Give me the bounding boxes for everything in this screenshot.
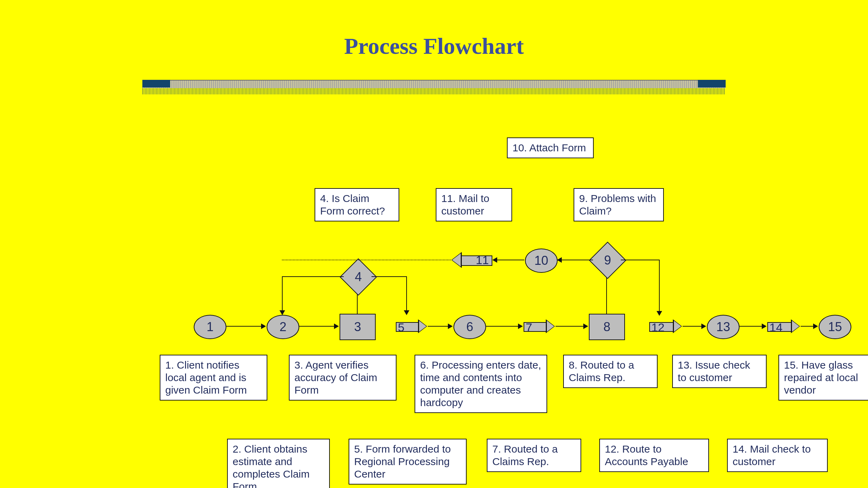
- conn-2-3: [299, 326, 334, 327]
- conn-9-10-head: [557, 257, 562, 263]
- node-11: 11: [451, 252, 492, 268]
- page-title: Process Flowchart: [0, 33, 868, 59]
- caption-11: 11. Mail to customer: [436, 188, 512, 221]
- caption-9: 9. Problems with Claim?: [574, 188, 664, 221]
- caption-2: 2. Client obtains estimate and completes…: [227, 439, 330, 488]
- conn-4-5a: [372, 276, 406, 277]
- node-5: 5: [396, 319, 427, 333]
- conn-9-10: [562, 260, 593, 260]
- conn-4-2a: [282, 276, 344, 277]
- caption-7: 7. Routed to a Claims Rep.: [487, 439, 581, 472]
- conn-12-13: [683, 326, 701, 327]
- caption-15: 15. Have glass repaired at local vendor: [778, 355, 868, 401]
- conn-7-8-head: [583, 323, 588, 329]
- caption-12: 12. Route to Accounts Payable: [599, 439, 709, 472]
- conn-11-2a: [282, 260, 451, 260]
- caption-5: 5. Form forwarded to Regional Processing…: [349, 439, 467, 485]
- conn-2-3-head: [334, 323, 339, 329]
- node-4: 4: [345, 264, 372, 290]
- node-7: 7: [524, 319, 555, 333]
- conn-1-2-head: [261, 323, 266, 329]
- conn-9-12b: [659, 260, 660, 312]
- node-8: 8: [589, 314, 625, 340]
- node-9: 9: [594, 247, 621, 274]
- conn-12-13-head: [701, 323, 706, 329]
- node-13: 13: [707, 315, 740, 339]
- caption-1: 1. Client notifies local agent and is gi…: [160, 355, 267, 401]
- conn-1-2: [226, 326, 261, 327]
- conn-14-15: [801, 326, 813, 327]
- caption-10: 10. Attach Form: [507, 137, 594, 158]
- conn-13-14: [740, 326, 762, 327]
- conn-7-8: [556, 326, 583, 327]
- node-12: 12: [649, 319, 682, 333]
- caption-3: 3. Agent verifies accuracy of Claim Form: [289, 355, 397, 401]
- conn-6-7: [486, 326, 518, 327]
- conn-4-5b: [406, 276, 407, 311]
- caption-4: 4. Is Claim Form correct?: [315, 188, 399, 221]
- conn-9-12-head: [657, 311, 662, 316]
- conn-9-12a: [621, 260, 659, 260]
- conn-8-9: [606, 274, 607, 314]
- conn-6-7-head: [518, 323, 523, 329]
- caption-13: 13. Issue check to customer: [672, 355, 767, 388]
- node-14: 14: [767, 319, 800, 333]
- node-6: 6: [453, 315, 486, 339]
- conn-14-15-head: [813, 323, 818, 329]
- conn-13-14-head: [762, 323, 767, 329]
- flowchart-canvas: Process Flowchart 1 2 3 4 5 6: [0, 0, 868, 488]
- node-10: 10: [525, 249, 558, 273]
- conn-10-11: [497, 260, 524, 260]
- conn-4-2-head: [279, 310, 285, 315]
- caption-6: 6. Processing enters date, time and cont…: [415, 355, 547, 413]
- divider: [142, 80, 726, 89]
- node-1: 1: [194, 315, 226, 339]
- conn-10-11-head: [492, 257, 497, 263]
- conn-5-6-head: [448, 323, 453, 329]
- conn-4-5-head: [404, 310, 409, 315]
- conn-5-6: [428, 326, 448, 327]
- node-2: 2: [267, 315, 299, 339]
- conn-4-2b: [282, 276, 283, 311]
- node-15: 15: [819, 315, 851, 339]
- node-3: 3: [340, 314, 376, 340]
- caption-8: 8. Routed to a Claims Rep.: [563, 355, 658, 388]
- caption-14: 14. Mail check to customer: [727, 439, 828, 472]
